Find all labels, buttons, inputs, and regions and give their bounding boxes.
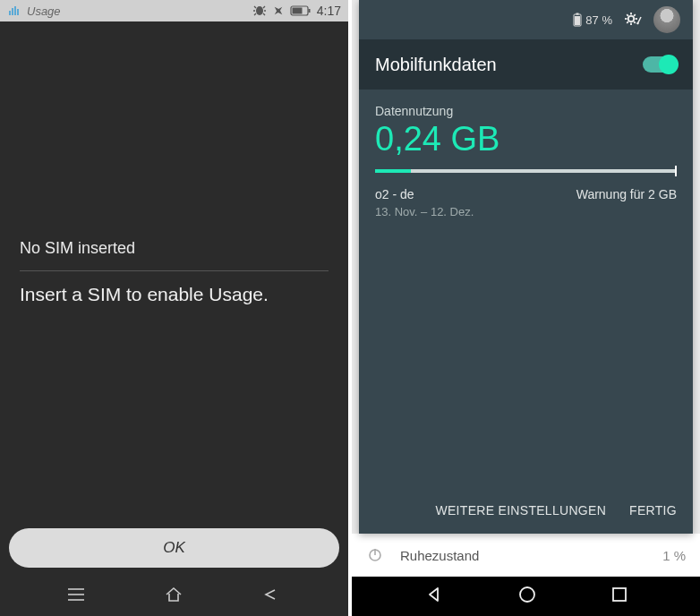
panel-footer: WEITERE EINSTELLUNGEN FERTIG [359, 487, 693, 534]
content-area: No SIM inserted Insert a SIM to enable U… [0, 21, 348, 577]
battery-indicator: 87 % [573, 13, 612, 27]
usage-bar [375, 169, 677, 173]
svg-rect-6 [292, 8, 302, 14]
background-row-label: Ruhezustand [400, 548, 479, 563]
panel-title-bar: Mobilfunkdaten [359, 39, 693, 90]
svg-rect-1 [12, 8, 13, 15]
nav-back-button[interactable] [262, 587, 282, 605]
svg-line-24 [634, 14, 636, 16]
insert-sim-message: Insert a SIM to enable Usage. [20, 284, 329, 305]
quick-settings-panel: 87 % Mobilfunkdaten Datennutzung 0,24 GB… [359, 0, 693, 534]
nav-home-button[interactable] [517, 585, 537, 608]
svg-point-4 [256, 6, 263, 15]
statusbar: Usage 4:17 [0, 0, 348, 21]
svg-point-16 [628, 15, 634, 21]
usage-label: Datennutzung [375, 104, 677, 118]
phone-screenshot-right: Ruhezustand 1 % 87 % Mobilfunkdaten Date… [352, 0, 700, 616]
nav-bar [352, 577, 700, 616]
warning-text: Warnung für 2 GB [576, 187, 677, 201]
svg-rect-2 [14, 6, 16, 15]
more-settings-button[interactable]: WEITERE EINSTELLUNGEN [435, 503, 606, 518]
svg-rect-14 [576, 13, 579, 15]
svg-rect-27 [613, 588, 626, 601]
usage-details-row: o2 - de Warnung für 2 GB [375, 187, 677, 201]
airplane-icon [272, 4, 285, 17]
svg-point-25 [636, 21, 638, 23]
ok-button-label: OK [163, 539, 185, 557]
background-settings-row[interactable]: Ruhezustand 1 % [352, 534, 700, 577]
battery-icon [290, 5, 312, 16]
svg-point-26 [520, 587, 534, 602]
app-title: Usage [27, 4, 61, 18]
svg-line-23 [627, 21, 628, 23]
no-sim-title: No SIM inserted [20, 239, 329, 271]
ok-button[interactable]: OK [9, 528, 339, 568]
nav-back-button[interactable] [425, 586, 443, 607]
nav-recent-button[interactable] [66, 587, 86, 605]
svg-line-21 [627, 14, 628, 16]
nav-home-button[interactable] [164, 586, 184, 607]
svg-line-22 [634, 21, 636, 23]
mobile-data-toggle[interactable] [643, 56, 677, 73]
settings-icon[interactable] [623, 9, 643, 31]
usage-bar-fill [375, 169, 411, 173]
carrier-name: o2 - de [375, 187, 414, 201]
svg-rect-0 [9, 11, 11, 15]
clock: 4:17 [317, 4, 341, 18]
power-icon [366, 545, 384, 566]
usage-value: 0,24 GB [375, 120, 677, 158]
usage-app-icon [7, 4, 21, 18]
usage-bar-limit-tick [675, 166, 677, 176]
bug-icon [252, 4, 267, 17]
panel-header: 87 % [359, 0, 693, 39]
battery-pct: 87 % [585, 13, 612, 27]
phone-screenshot-left: Usage 4:17 No SIM inserted Insert a SIM … [0, 0, 348, 616]
panel-body: Datennutzung 0,24 GB o2 - de Warnung für… [359, 90, 693, 233]
date-range: 13. Nov. – 12. Dez. [375, 205, 677, 218]
nav-bar [0, 577, 348, 616]
avatar[interactable] [653, 6, 680, 33]
background-row-pct: 1 % [662, 548, 686, 563]
svg-rect-3 [17, 9, 19, 15]
panel-title: Mobilfunkdaten [375, 55, 497, 75]
svg-rect-15 [575, 16, 580, 25]
done-button[interactable]: FERTIG [629, 503, 677, 518]
nav-recent-button[interactable] [611, 586, 627, 606]
svg-rect-7 [308, 9, 310, 13]
